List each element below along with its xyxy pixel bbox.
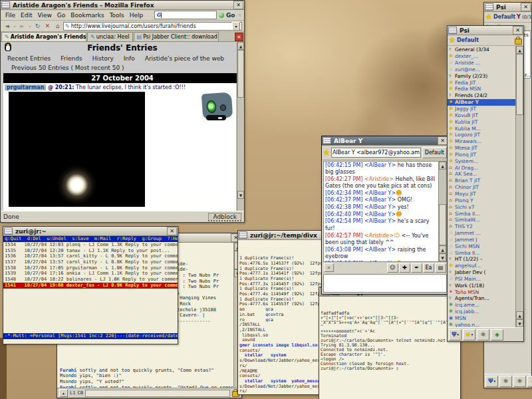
mail-row[interactable]: 1540 10/27/04 18:22 balinares - LJ 1.0K … <box>3 277 178 283</box>
scroll-down-icon[interactable]: ▼ <box>516 319 523 327</box>
default-profile-button[interactable]: Default <box>422 147 447 158</box>
roster-item[interactable]: Brian T JIT <box>448 178 516 184</box>
adblock-button[interactable]: Adblock <box>208 213 241 221</box>
scrollbar-thumb[interactable] <box>439 204 446 245</box>
chat-tool-button[interactable]: ✚ <box>399 263 410 273</box>
chat-scrollbar[interactable]: ▲ ▲ ▼ <box>438 162 446 261</box>
roster-item[interactable]: icq.jabb... <box>448 309 516 315</box>
forward-button[interactable]: ► <box>18 23 27 29</box>
roster-item[interactable]: General (3/34 <box>448 47 516 53</box>
forward-dropdown-icon[interactable]: ▾ <box>28 24 32 29</box>
browser-tab[interactable]: ▤Psi Jabber Client:: download <box>134 32 219 41</box>
close-icon[interactable]: ✕ <box>521 3 531 11</box>
roster-item[interactable]: Fedia MSN <box>448 86 516 92</box>
mail-row[interactable]: 1534 10/27/04 12:03 plonq - LJ Comm 1.3K… <box>3 242 178 248</box>
window-menu-icon[interactable] <box>485 3 493 11</box>
psi-back-profile-row[interactable]: ★ Default Y (0/377) <box>484 12 531 23</box>
url-input[interactable] <box>71 23 231 29</box>
browser-tab[interactable]: ✎unciaa: Heel <box>87 32 133 41</box>
roster-item[interactable]: AlBear Y <box>448 99 516 106</box>
psi-logo-button[interactable]: ◈ <box>491 329 503 340</box>
mail-row[interactable]: 1541 10/27/04 19:08 dexter_fox - LJ 0.9K… <box>3 283 178 289</box>
pager-link[interactable]: Previous 50 Entries ( Most recent 50 ) <box>1 62 244 73</box>
roster-item[interactable]: KovuB JIT <box>448 112 516 118</box>
close-icon[interactable]: ✕ <box>167 227 177 235</box>
scroll-up-icon-2[interactable]: ▲ <box>516 311 523 319</box>
menu-item[interactable]: File <box>3 12 18 19</box>
home-button[interactable]: ⌂ <box>53 23 62 29</box>
scroll-up-icon[interactable]: ▲ <box>516 46 523 54</box>
back-dropdown-icon[interactable]: ▾ <box>13 24 17 29</box>
status-button-2[interactable]: ✱ <box>513 376 526 387</box>
close-icon[interactable]: ✕ <box>233 1 243 9</box>
jid-field[interactable] <box>331 148 421 158</box>
roster-item[interactable]: System... <box>448 158 516 164</box>
page-link[interactable]: Info <box>124 55 135 62</box>
input-field[interactable] <box>85 390 230 397</box>
tab-close-button[interactable]: ✕ <box>235 33 243 41</box>
menu-item[interactable]: Bookmarks <box>68 12 106 19</box>
mail-row[interactable]: 1538 10/27/04 17:05 prguitarman - L 1.0K… <box>3 265 178 271</box>
page-link[interactable]: Recent Entries <box>7 55 51 62</box>
mail-row[interactable]: 1535 10/27/04 12:20 tanax - LJ 1.1K Repl… <box>3 248 178 254</box>
chat-input[interactable] <box>323 274 447 293</box>
scrollbar-thumb[interactable] <box>237 50 244 98</box>
favorite-star-icon[interactable]: ★ <box>323 148 330 157</box>
roster-item[interactable]: yahoo.n... <box>448 321 516 327</box>
roster-item[interactable]: Plonq JIT <box>448 152 516 158</box>
reload-button[interactable]: ↻ <box>33 23 42 29</box>
menu-item[interactable]: Edit <box>18 12 35 19</box>
mail-row[interactable]: 1537 10/27/04 13:57 carol_kitty - L 0.8K… <box>3 259 178 265</box>
roster-item[interactable]: icq.ame... <box>448 302 516 309</box>
docs-terminal-body[interactable]: fadfadfadfa+^[+]^[+^[+oc'++'oc+^[[3~"[[3… <box>319 297 460 399</box>
offline-toggle-button[interactable]: ✱ <box>477 329 489 340</box>
roster-item[interactable]: Toño MSN <box>448 289 516 295</box>
roster-item[interactable]: Kublia M... <box>448 125 516 132</box>
menu-item[interactable]: Tools <box>107 12 127 19</box>
roster-item[interactable]: AI Drag... <box>448 164 516 171</box>
page-link[interactable]: Friends <box>61 55 82 62</box>
close-icon[interactable]: ✕ <box>513 26 523 35</box>
window-menu-icon[interactable] <box>1 1 10 9</box>
roster-item[interactable]: Aristide ... <box>448 60 516 66</box>
window-menu-icon[interactable] <box>323 137 331 144</box>
scroll-up-icon[interactable]: ▲ <box>237 42 244 50</box>
roster-item[interactable]: Fedia JIT <box>448 79 516 86</box>
menu-item[interactable]: View <box>35 12 55 19</box>
mail-row[interactable]: 1539 10/27/04 17:16 ankia - LJ Comm 1.1K… <box>3 271 178 277</box>
roster-item[interactable]: Plonq Y <box>448 197 516 203</box>
roster-scrollbar[interactable]: ▲ ▲ ▼ <box>515 46 523 327</box>
scroll-down-icon[interactable]: ▼ <box>237 191 244 199</box>
roster-item[interactable]: HT (1/22) – <box>448 256 516 263</box>
chat-tool-button[interactable]: ▤ <box>435 263 446 273</box>
url-bar[interactable]: ✎ ▾ <box>63 22 242 31</box>
roster-item[interactable]: Mtesa JIT <box>448 145 516 152</box>
user-avatar[interactable] <box>201 90 233 124</box>
scroll-up-icon[interactable]: ▲ <box>439 162 446 170</box>
go-button[interactable]: Go <box>226 12 235 19</box>
psi-logo-button[interactable]: ◈ <box>527 376 532 387</box>
roster-item[interactable]: SimbaW... <box>448 217 516 223</box>
jid-input[interactable] <box>332 150 420 156</box>
roster-item[interactable]: MSN <box>448 315 516 322</box>
chat-tool-button[interactable]: ✒ <box>411 263 422 273</box>
status-menu-button[interactable]: ★▾ <box>463 329 475 340</box>
account-menu-button[interactable]: Ψ▾ <box>485 376 498 387</box>
roster-item[interactable]: Work (1/18) <box>448 282 516 289</box>
search-input[interactable]: G <box>154 11 217 19</box>
account-menu-button[interactable]: Ψ▾ <box>449 329 462 340</box>
close-icon[interactable]: ✕ <box>438 136 448 145</box>
chat-tool-button[interactable]: Ea <box>423 263 434 273</box>
roster-item[interactable]: Logozo JIT <box>448 132 516 138</box>
stop-button[interactable]: ✕ <box>43 23 52 29</box>
roster-item[interactable]: dexter_... <box>448 53 516 60</box>
url-dropdown-icon[interactable]: ▾ <box>232 22 240 31</box>
roster-item[interactable]: Kublia JIT <box>448 118 516 125</box>
roster-item[interactable]: PSI Main... <box>448 276 516 283</box>
roster-item[interactable]: Sichi v7 <box>448 203 516 210</box>
lunar-eclipse-image[interactable] <box>9 92 145 207</box>
roster-item[interactable]: zuri@ne... <box>448 66 516 73</box>
browser-tab[interactable]: ✎Aristide Aragon's Friends <box>1 32 86 41</box>
page-link[interactable]: Aristide's piece of the web <box>145 55 224 62</box>
roster-item[interactable]: Jammet ... <box>448 230 516 237</box>
